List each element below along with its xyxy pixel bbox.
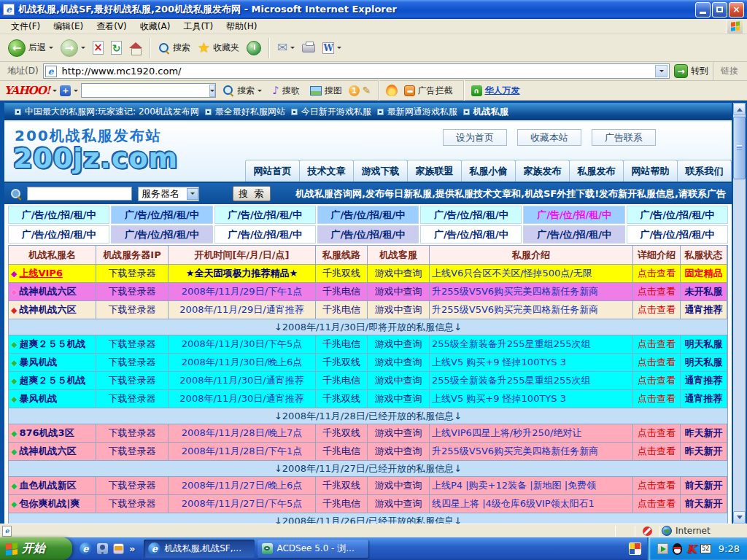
ad-slot[interactable]: 广/告/位/招/租/中 bbox=[420, 225, 522, 244]
server-name-cell[interactable]: ◆战神机战六区 bbox=[9, 301, 96, 319]
restore-button[interactable] bbox=[712, 2, 727, 18]
ad-slot[interactable]: 广/告/位/招/租/中 bbox=[627, 206, 728, 224]
quicklaunch-messenger-icon[interactable] bbox=[97, 543, 108, 554]
server-name-link[interactable]: 超爽２５５机战 bbox=[19, 374, 85, 387]
topbar-link[interactable]: 最全最好私服网站 bbox=[215, 106, 285, 118]
server-name-cell[interactable]: ◆上线VIP6 bbox=[9, 265, 96, 283]
adblock-button[interactable]: 广告拦截 bbox=[400, 82, 457, 99]
server-name-cell[interactable]: ◆战神机战六区 bbox=[9, 283, 96, 301]
tray-qq-icon[interactable] bbox=[673, 543, 682, 555]
yahoo-song-button[interactable]: ♪ 搜歌 bbox=[268, 82, 303, 99]
yahoo-search-button[interactable]: 搜索 bbox=[219, 82, 266, 99]
loader-download-link[interactable]: 下载登录器 bbox=[96, 283, 169, 301]
server-name-cell[interactable]: ◆暴风机战 bbox=[9, 354, 96, 372]
server-name-cell[interactable]: ◆战神机战六区 bbox=[9, 443, 96, 461]
history-button[interactable] bbox=[243, 39, 265, 58]
yahoo-services-caret-icon[interactable] bbox=[74, 90, 78, 94]
yahoo-search-dropdown[interactable] bbox=[209, 85, 215, 97]
nav-tab[interactable]: 网站帮助 bbox=[623, 160, 678, 182]
detail-link[interactable]: 点击查看 bbox=[633, 495, 681, 513]
close-button[interactable]: × bbox=[729, 2, 744, 18]
yahoo-services-icon[interactable]: + bbox=[60, 85, 71, 96]
print-button[interactable] bbox=[298, 42, 319, 55]
detail-link[interactable]: 点击查看 bbox=[633, 443, 681, 461]
menu-item[interactable]: 文件(F) bbox=[4, 20, 47, 33]
address-field[interactable]: e bbox=[43, 63, 670, 79]
links-label[interactable]: 链接 bbox=[713, 62, 744, 80]
header-button[interactable]: 收藏本站 bbox=[517, 129, 581, 146]
loader-download-link[interactable]: 下载登录器 bbox=[96, 495, 169, 513]
scroll-down-button[interactable] bbox=[733, 511, 746, 524]
ad-slot[interactable]: 广/告/位/招/租/中 bbox=[523, 206, 624, 224]
ad-slot[interactable]: 广/告/位/招/租/中 bbox=[317, 225, 419, 244]
server-name-link[interactable]: 战神机战六区 bbox=[19, 303, 76, 316]
server-search-input[interactable] bbox=[27, 187, 132, 201]
yahoo-stamp-icon[interactable]: 1 bbox=[349, 85, 360, 96]
promo-icon[interactable]: ∩ bbox=[471, 85, 482, 96]
server-name-cell[interactable]: ◆包你爽机战|爽 bbox=[9, 495, 96, 513]
yahoo-logo-caret-icon[interactable] bbox=[53, 90, 57, 94]
menu-item[interactable]: 编辑(E) bbox=[47, 20, 90, 33]
detail-link[interactable]: 点击查看 bbox=[633, 301, 681, 319]
menu-item[interactable]: 查看(V) bbox=[90, 20, 133, 33]
header-button[interactable]: 设为首页 bbox=[443, 129, 507, 146]
page-search-button[interactable]: 搜 索 bbox=[233, 186, 271, 201]
ad-slot[interactable]: 广/告/位/招/租/中 bbox=[627, 225, 728, 244]
stop-button[interactable]: × bbox=[89, 39, 107, 57]
tray-52-icon[interactable]: 52 bbox=[700, 544, 711, 553]
detail-link[interactable]: 点击查看 bbox=[633, 424, 681, 443]
scrollbar-thumb[interactable] bbox=[733, 117, 746, 179]
ad-slot[interactable]: 广/告/位/招/租/中 bbox=[111, 206, 212, 224]
loader-download-link[interactable]: 下载登录器 bbox=[96, 301, 169, 319]
yahoo-search-input[interactable] bbox=[82, 85, 209, 97]
home-button[interactable] bbox=[125, 40, 146, 56]
search-type-select[interactable]: 服务器名 bbox=[138, 187, 199, 201]
vertical-scrollbar[interactable] bbox=[733, 103, 746, 524]
loader-download-link[interactable]: 下载登录器 bbox=[96, 335, 169, 354]
start-button[interactable]: 开始 bbox=[0, 537, 72, 560]
detail-link[interactable]: 点击查看 bbox=[633, 265, 681, 283]
yahoo-logo[interactable]: YAHOO! bbox=[4, 84, 50, 97]
address-dropdown-button[interactable] bbox=[655, 65, 667, 77]
server-name-link[interactable]: 血色机战新区 bbox=[19, 479, 76, 492]
minimize-button[interactable] bbox=[695, 2, 711, 18]
taskbar-task-button[interactable]: e机战私服,机战SF,... bbox=[144, 540, 255, 558]
menu-item[interactable]: 工具(T) bbox=[177, 20, 220, 33]
ad-slot[interactable]: 广/告/位/招/租/中 bbox=[111, 225, 212, 244]
loader-download-link[interactable]: 下载登录器 bbox=[96, 390, 169, 408]
detail-link[interactable]: 点击查看 bbox=[633, 354, 681, 372]
server-name-cell[interactable]: ◆超爽２５５机战 bbox=[9, 372, 96, 390]
server-name-cell[interactable]: ◆血色机战新区 bbox=[9, 477, 96, 495]
menu-item[interactable]: 收藏(A) bbox=[133, 20, 177, 33]
menu-item[interactable]: 帮助(H) bbox=[220, 20, 263, 33]
server-name-link[interactable]: 超爽２５５机战 bbox=[19, 338, 85, 351]
topbar-link[interactable]: 最新网通游戏私服 bbox=[387, 106, 457, 118]
loader-download-link[interactable]: 下载登录器 bbox=[96, 443, 169, 461]
nav-tab[interactable]: 家族联盟 bbox=[407, 160, 462, 182]
search-button[interactable]: 搜索 bbox=[155, 39, 194, 56]
ad-slot[interactable]: 广/告/位/招/租/中 bbox=[8, 225, 109, 244]
server-name-cell[interactable]: ◆876机战3区 bbox=[9, 424, 96, 443]
ad-slot[interactable]: 广/告/位/招/租/中 bbox=[523, 225, 624, 244]
nav-tab[interactable]: 家族发布 bbox=[515, 160, 570, 182]
tray-antivirus-icon[interactable]: K bbox=[686, 542, 696, 556]
server-name-link[interactable]: 暴风机战 bbox=[19, 392, 57, 405]
quicklaunch-outlook-icon[interactable] bbox=[113, 543, 124, 554]
nav-tab[interactable]: 私服小偷 bbox=[461, 160, 516, 182]
server-name-link[interactable]: 暴风机战 bbox=[19, 356, 57, 369]
detail-link[interactable]: 点击查看 bbox=[633, 390, 681, 408]
server-name-cell[interactable]: ◆暴风机战 bbox=[9, 390, 96, 408]
promo-link[interactable]: 华人万发 bbox=[485, 85, 520, 97]
input-method-tray-icon[interactable] bbox=[629, 542, 641, 555]
quicklaunch-overflow-chevron[interactable]: » bbox=[129, 543, 135, 554]
detail-link[interactable]: 点击查看 bbox=[633, 335, 681, 354]
fire-icon[interactable] bbox=[386, 85, 398, 96]
detail-link[interactable]: 点击查看 bbox=[633, 283, 681, 301]
go-button[interactable]: → 转到 bbox=[674, 64, 708, 78]
server-name-link[interactable]: 876机战3区 bbox=[19, 427, 74, 440]
server-name-link[interactable]: 战神机战六区 bbox=[19, 285, 76, 298]
mail-button[interactable]: ✉ bbox=[274, 39, 298, 56]
address-input[interactable] bbox=[61, 65, 655, 77]
refresh-button[interactable]: ↻ bbox=[107, 39, 125, 57]
nav-tab[interactable]: 游戏下载 bbox=[353, 160, 408, 182]
